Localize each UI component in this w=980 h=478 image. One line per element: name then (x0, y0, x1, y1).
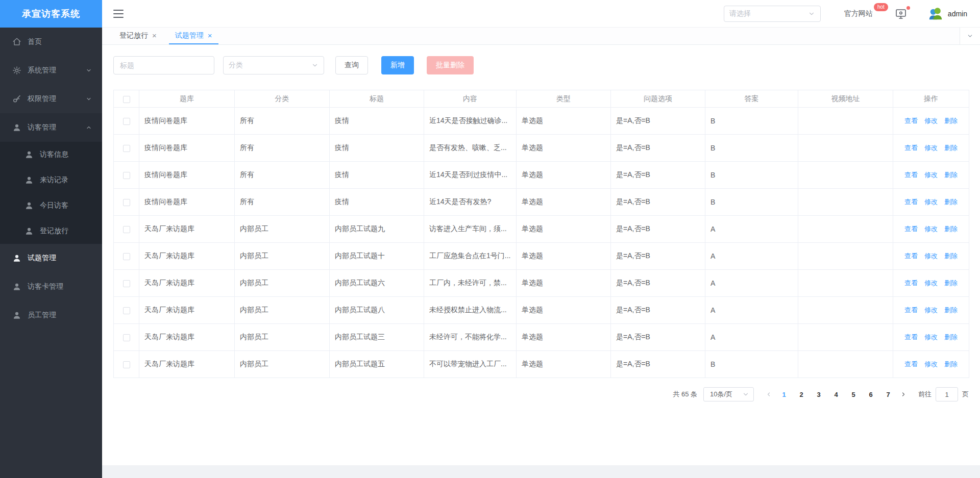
user-icon (12, 311, 21, 320)
sidebar-item-visitor[interactable]: 访客管理 (0, 113, 102, 142)
sidebar-item-label: 权限管理 (28, 94, 86, 104)
edit-link[interactable]: 修改 (924, 197, 938, 207)
tab-register-release[interactable]: 登记放行× (113, 28, 163, 44)
key-icon (12, 94, 21, 104)
edit-link[interactable]: 修改 (924, 360, 938, 369)
row-checkbox[interactable] (123, 361, 130, 368)
sidebar-item-home[interactable]: 首页 (0, 28, 102, 56)
bank-cell: 天岛厂来访题库 (139, 243, 235, 270)
delete-link[interactable]: 删除 (944, 170, 958, 180)
row-checkbox[interactable] (123, 253, 130, 260)
sidebar-item-questions[interactable]: 试题管理 (0, 244, 102, 272)
page-size-select[interactable]: 10条/页 (703, 387, 754, 401)
view-link[interactable]: 查看 (904, 170, 918, 180)
gear-icon (12, 66, 21, 75)
bank-cell: 天岛厂来访题库 (139, 270, 235, 297)
view-link[interactable]: 查看 (904, 143, 918, 153)
delete-link[interactable]: 删除 (944, 333, 958, 342)
answer-cell: A (705, 216, 798, 243)
chevron-right-icon[interactable] (897, 387, 910, 401)
monitor-gear-icon[interactable] (894, 8, 908, 20)
delete-link[interactable]: 删除 (944, 279, 958, 288)
view-link[interactable]: 查看 (904, 333, 918, 342)
sidebar-item-employee[interactable]: 员工管理 (0, 301, 102, 330)
query-button[interactable]: 查询 (335, 56, 368, 74)
tab-question-management[interactable]: 试题管理× (169, 28, 218, 44)
row-checkbox[interactable] (123, 226, 130, 233)
delete-link[interactable]: 删除 (944, 251, 958, 261)
edit-link[interactable]: 修改 (924, 116, 938, 125)
delete-link[interactable]: 删除 (944, 360, 958, 369)
sidebar-item-permission[interactable]: 权限管理 (0, 85, 102, 113)
delete-link[interactable]: 删除 (944, 224, 958, 234)
goto-page-input[interactable] (936, 387, 958, 401)
username[interactable]: admin (948, 10, 967, 18)
table-header-row: 题库分类标题内容类型问题选项答案视频地址操作 (114, 90, 969, 108)
page-number-5[interactable]: 5 (846, 387, 861, 401)
view-link[interactable]: 查看 (904, 224, 918, 234)
category-cell: 内部员工 (235, 216, 330, 243)
close-icon[interactable]: × (152, 32, 157, 39)
edit-link[interactable]: 修改 (924, 306, 938, 315)
official-site-link[interactable]: 官方网站 hot (844, 9, 873, 18)
row-checkbox[interactable] (123, 280, 130, 287)
tab-bar: 登记放行×试题管理× (102, 28, 980, 45)
content-cell: 访客进入生产车间，须... (424, 216, 517, 243)
edit-link[interactable]: 修改 (924, 279, 938, 288)
sidebar-item-today-visitors[interactable]: 今日访客 (0, 193, 102, 218)
select-all-checkbox[interactable] (123, 96, 130, 103)
view-link[interactable]: 查看 (904, 197, 918, 207)
row-checkbox[interactable] (123, 172, 130, 179)
row-checkbox[interactable] (123, 145, 130, 152)
page-number-4[interactable]: 4 (828, 387, 844, 401)
column-header: 标题 (330, 90, 424, 108)
row-checkbox[interactable] (123, 118, 130, 125)
delete-link[interactable]: 删除 (944, 306, 958, 315)
edit-link[interactable]: 修改 (924, 333, 938, 342)
table-row: 天岛厂来访题库内部员工内部员工试题九访客进入生产车间，须...单选题是=A,否=… (114, 216, 969, 243)
edit-link[interactable]: 修改 (924, 251, 938, 261)
tabs-dropdown-button[interactable] (960, 28, 980, 44)
category-select[interactable]: 分类 (223, 56, 324, 74)
delete-link[interactable]: 删除 (944, 143, 958, 153)
hamburger-icon[interactable] (113, 10, 124, 18)
view-link[interactable]: 查看 (904, 116, 918, 125)
category-cell: 所有 (235, 189, 330, 216)
row-checkbox[interactable] (123, 307, 130, 314)
view-link[interactable]: 查看 (904, 251, 918, 261)
chevron-left-icon[interactable] (762, 387, 775, 401)
edit-link[interactable]: 修改 (924, 224, 938, 234)
content-cell: 是否有发热、咳嗽、乏... (424, 135, 517, 162)
view-link[interactable]: 查看 (904, 306, 918, 315)
view-link[interactable]: 查看 (904, 360, 918, 369)
row-checkbox[interactable] (123, 334, 130, 341)
title-cell: 内部员工试题十 (330, 243, 424, 270)
sidebar-item-register-release[interactable]: 登记放行 (0, 218, 102, 244)
sidebar-item-visitor-card[interactable]: 访客卡管理 (0, 272, 102, 301)
sidebar-item-visitor-info[interactable]: 访客信息 (0, 142, 102, 167)
options-cell: 是=A,否=B (611, 135, 705, 162)
main-content: 分类 查询 新增 批量删除 题库分类标题内容类型问题选项答案视频地址操作 疫情问… (102, 45, 980, 465)
view-link[interactable]: 查看 (904, 279, 918, 288)
sidebar-item-visit-records[interactable]: 来访记录 (0, 167, 102, 193)
page-number-3[interactable]: 3 (811, 387, 826, 401)
avatar[interactable] (928, 6, 943, 21)
title-search-input[interactable] (113, 56, 214, 74)
page-number-2[interactable]: 2 (794, 387, 809, 401)
sidebar-item-system[interactable]: 系统管理 (0, 56, 102, 85)
row-checkbox[interactable] (123, 199, 130, 206)
page-number-1[interactable]: 1 (776, 387, 792, 401)
add-button[interactable]: 新增 (381, 56, 414, 74)
delete-link[interactable]: 删除 (944, 116, 958, 125)
page-number-7[interactable]: 7 (880, 387, 896, 401)
delete-link[interactable]: 删除 (944, 197, 958, 207)
edit-link[interactable]: 修改 (924, 143, 938, 153)
batch-delete-button[interactable]: 批量删除 (427, 56, 474, 74)
page-number-6[interactable]: 6 (863, 387, 878, 401)
total-count: 共 65 条 (673, 390, 697, 399)
close-icon[interactable]: × (208, 32, 212, 39)
header-select[interactable]: 请选择 (724, 6, 821, 22)
content-cell: 未经许可，不能将化学... (424, 324, 517, 351)
edit-link[interactable]: 修改 (924, 170, 938, 180)
answer-cell: B (705, 108, 798, 135)
